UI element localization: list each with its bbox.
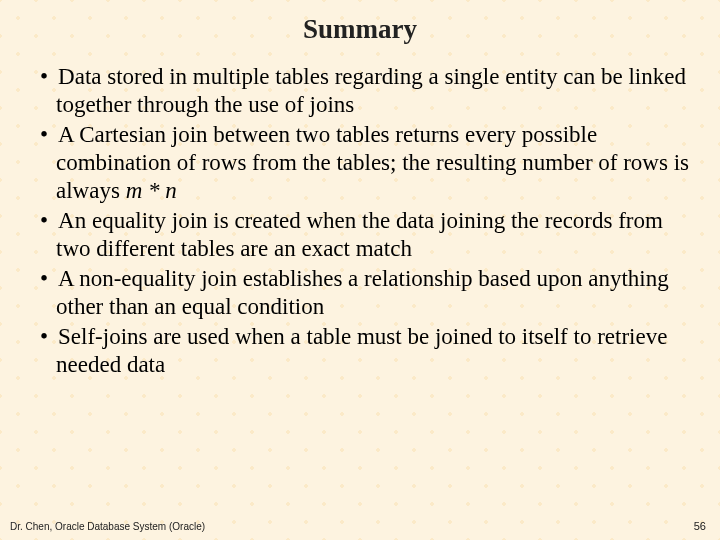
- footer-author: Dr. Chen, Oracle Database System (Oracle…: [10, 521, 205, 532]
- bullet-emph: m * n: [126, 178, 177, 203]
- list-item: Data stored in multiple tables regarding…: [28, 63, 692, 119]
- slide-number: 56: [694, 520, 706, 532]
- list-item: A Cartesian join between two tables retu…: [28, 121, 692, 205]
- list-item: Self-joins are used when a table must be…: [28, 323, 692, 379]
- slide-body: Data stored in multiple tables regarding…: [0, 45, 720, 380]
- list-item: An equality join is created when the dat…: [28, 207, 692, 263]
- bullet-text: Self-joins are used when a table must be…: [56, 324, 667, 377]
- bullet-text: Data stored in multiple tables regarding…: [56, 64, 686, 117]
- bullet-list: Data stored in multiple tables regarding…: [28, 63, 692, 380]
- bullet-text: An equality join is created when the dat…: [56, 208, 663, 261]
- slide-title: Summary: [0, 0, 720, 45]
- list-item: A non-equality join establishes a relati…: [28, 265, 692, 321]
- bullet-text: A non-equality join establishes a relati…: [56, 266, 669, 319]
